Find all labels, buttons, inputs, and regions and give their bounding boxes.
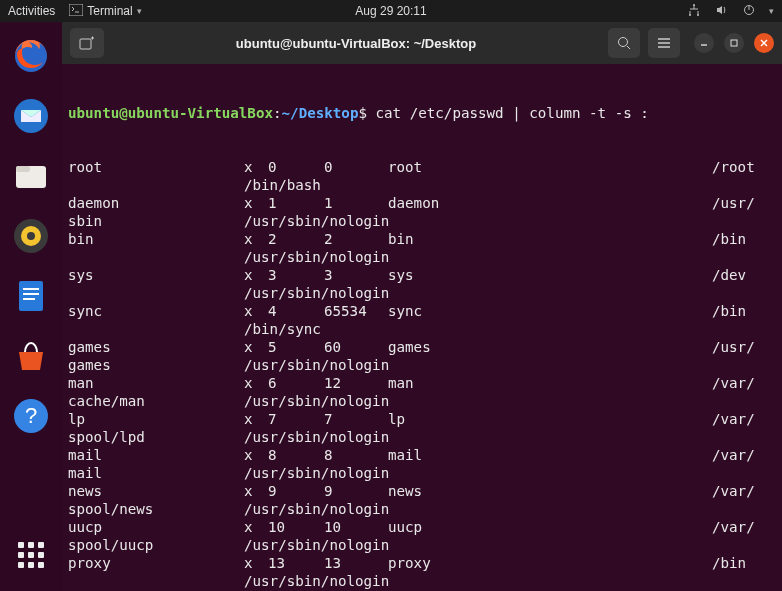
window-title: ubuntu@ubuntu-VirtualBox: ~/Desktop	[112, 36, 600, 51]
new-tab-button[interactable]	[70, 28, 104, 58]
output-row-continuation: sbin/usr/sbin/nologin	[68, 212, 776, 230]
minimize-icon	[699, 38, 709, 48]
output-row-continuation: spool/uucp/usr/sbin/nologin	[68, 536, 776, 554]
window-controls	[694, 33, 774, 53]
network-icon[interactable]	[687, 4, 701, 19]
prompt-userhost: ubuntu@ubuntu-VirtualBox	[68, 105, 273, 121]
svg-rect-18	[80, 39, 91, 49]
output-row: rootx00root/root	[68, 158, 776, 176]
new-tab-icon	[79, 36, 95, 50]
output-row: binx22bin/bin	[68, 230, 776, 248]
output-row-shell: /bin/bash	[68, 176, 776, 194]
output-row: lpx77lp/var/	[68, 410, 776, 428]
svg-point-2	[689, 14, 691, 16]
output-row-continuation: cache/man/usr/sbin/nologin	[68, 392, 776, 410]
svg-point-3	[697, 14, 699, 16]
gnome-topbar: Activities Terminal ▾ Aug 29 20:11 ▾	[0, 0, 782, 22]
svg-rect-12	[19, 281, 43, 311]
output-row: uucpx1010uucp/var/	[68, 518, 776, 536]
output-row: mailx88mail/var/	[68, 446, 776, 464]
dock-show-applications[interactable]	[9, 533, 53, 577]
volume-icon[interactable]	[715, 4, 729, 19]
dock-rhythmbox[interactable]	[9, 214, 53, 258]
chevron-down-icon: ▾	[137, 6, 142, 16]
terminal-body[interactable]: ubuntu@ubuntu-VirtualBox:~/Desktop$ cat …	[62, 64, 782, 591]
output-row: syncx465534sync/bin	[68, 302, 776, 320]
search-button[interactable]	[608, 28, 640, 58]
command-text: cat /etc/passwd | column -t -s :	[376, 105, 649, 121]
dock-libreoffice-writer[interactable]	[9, 274, 53, 318]
svg-point-19	[619, 38, 628, 47]
hamburger-icon	[656, 36, 672, 50]
close-button[interactable]	[754, 33, 774, 53]
svg-point-1	[693, 4, 695, 6]
svg-rect-14	[23, 293, 39, 295]
svg-rect-13	[23, 288, 39, 290]
output-row-continuation: mail/usr/sbin/nologin	[68, 464, 776, 482]
svg-rect-0	[69, 4, 83, 16]
svg-rect-20	[731, 40, 737, 46]
output-row: proxyx1313proxy/bin	[68, 554, 776, 572]
svg-rect-15	[23, 298, 35, 300]
prompt-cwd: ~/Desktop	[282, 105, 359, 121]
output-row-shell: /usr/sbin/nologin	[68, 284, 776, 302]
dock-files[interactable]	[9, 154, 53, 198]
menu-button[interactable]	[648, 28, 680, 58]
dock-software-center[interactable]	[9, 334, 53, 378]
app-menu-label: Terminal	[87, 4, 132, 18]
svg-text:?: ?	[25, 403, 37, 428]
output-row: daemonx11daemon/usr/	[68, 194, 776, 212]
maximize-button[interactable]	[724, 33, 744, 53]
output-row-shell: /usr/sbin/nologin	[68, 572, 776, 590]
output-row-shell: /usr/sbin/nologin	[68, 248, 776, 266]
terminal-window: ubuntu@ubuntu-VirtualBox: ~/Desktop ubun…	[62, 22, 782, 591]
output-row: sysx33sys/dev	[68, 266, 776, 284]
svg-rect-8	[16, 166, 30, 172]
output-row-continuation: games/usr/sbin/nologin	[68, 356, 776, 374]
output-row-shell: /bin/sync	[68, 320, 776, 338]
close-icon	[759, 38, 769, 48]
minimize-button[interactable]	[694, 33, 714, 53]
terminal-icon	[69, 4, 83, 19]
output-row-continuation: spool/lpd/usr/sbin/nologin	[68, 428, 776, 446]
apps-grid-icon	[18, 542, 44, 568]
chevron-down-icon[interactable]: ▾	[769, 6, 774, 16]
app-menu[interactable]: Terminal ▾	[69, 4, 141, 19]
prompt-line: ubuntu@ubuntu-VirtualBox:~/Desktop$ cat …	[68, 104, 776, 122]
search-icon	[616, 35, 632, 51]
dock-thunderbird[interactable]	[9, 94, 53, 138]
clock[interactable]: Aug 29 20:11	[355, 4, 426, 18]
dock-help[interactable]: ?	[9, 394, 53, 438]
output-row: manx612man/var/	[68, 374, 776, 392]
window-titlebar: ubuntu@ubuntu-VirtualBox: ~/Desktop	[62, 22, 782, 64]
dock-firefox[interactable]	[9, 34, 53, 78]
maximize-icon	[729, 38, 739, 48]
ubuntu-dock: ?	[0, 22, 62, 591]
output-row: gamesx560games/usr/	[68, 338, 776, 356]
svg-point-11	[27, 232, 35, 240]
output-row: newsx99news/var/	[68, 482, 776, 500]
terminal-output: rootx00root/root/bin/bashdaemonx11daemon…	[68, 158, 776, 591]
power-icon[interactable]	[743, 4, 755, 19]
activities-button[interactable]: Activities	[8, 4, 55, 18]
output-row-continuation: spool/news/usr/sbin/nologin	[68, 500, 776, 518]
